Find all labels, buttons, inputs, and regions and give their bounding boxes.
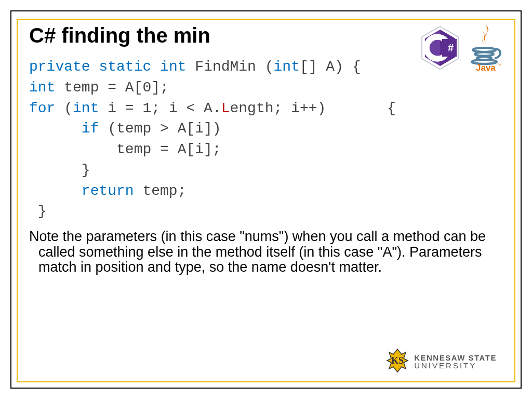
note-text: Note the parameters (in this case "nums"…	[29, 229, 486, 275]
svg-text:KS: KS	[391, 355, 404, 366]
svg-point-8	[475, 52, 494, 56]
svg-text:#: #	[448, 42, 454, 54]
csharp-icon: #	[420, 25, 460, 72]
svg-text:Java: Java	[476, 63, 496, 72]
java-icon: Java ™	[468, 24, 504, 74]
top-logos: # Java ™	[420, 24, 504, 74]
ksu-icon: KS	[386, 348, 409, 375]
code-block: private static int FindMin (int[] A) { i…	[29, 57, 503, 222]
outer-frame: C# finding the min #	[10, 10, 522, 389]
ksu-text: KENNESAW STATE UNIVERSITY	[414, 354, 497, 369]
ksu-logo: KS KENNESAW STATE UNIVERSITY	[386, 348, 497, 375]
svg-text:™: ™	[497, 63, 501, 68]
inner-frame: C# finding the min #	[17, 19, 515, 382]
